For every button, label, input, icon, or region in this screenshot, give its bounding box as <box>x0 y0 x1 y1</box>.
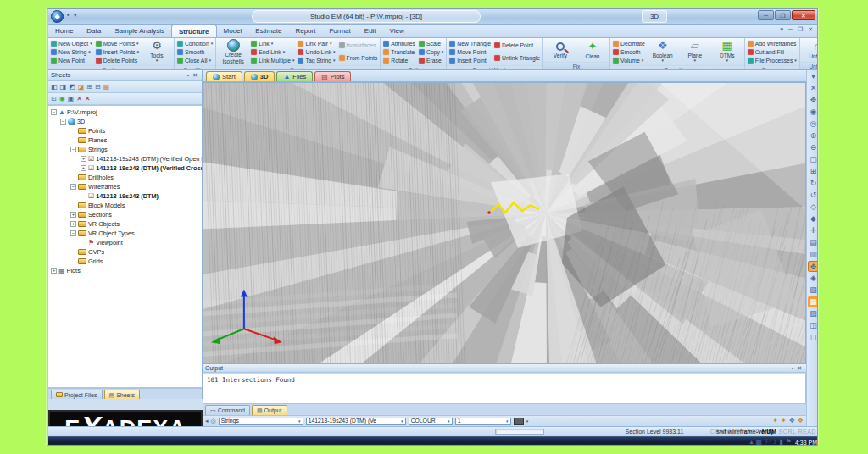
tab-project-files[interactable]: Project Files <box>51 390 103 399</box>
zoom-in-icon[interactable]: ⊕ <box>808 130 818 141</box>
output-console[interactable]: 101 Intersections Found <box>203 374 806 404</box>
insert-points-button[interactable]: Insert Points▾ <box>96 47 139 56</box>
tab-output[interactable]: ▤ Output <box>252 405 287 415</box>
quick-access-caret-icon[interactable]: ▾ <box>74 12 77 19</box>
object-type-select[interactable]: Strings▾ <box>219 418 303 425</box>
back-icon[interactable]: ◂ <box>205 418 209 424</box>
zoom-grid-icon[interactable]: ⊞ <box>808 166 818 177</box>
split-view-icon[interactable]: ◫ <box>808 320 818 331</box>
condition-button[interactable]: Condition▾ <box>177 39 213 47</box>
minimize-button[interactable]: ─ <box>758 10 774 20</box>
scale-button[interactable]: Scale <box>419 39 443 47</box>
flag-icon[interactable]: ⚑ <box>786 438 792 446</box>
tab-edit[interactable]: Edit <box>358 25 383 37</box>
new-triangle-button[interactable]: New Triangle <box>449 39 491 47</box>
delete-point-button[interactable]: Delete Point <box>494 42 540 50</box>
rotate-ccw-icon[interactable]: ↺ <box>808 190 818 201</box>
wireframe-view-icon[interactable]: ◇ <box>808 202 818 213</box>
tree-item-project-root[interactable]: − ▲ P:\V.rmproj <box>48 108 202 117</box>
expand-icon[interactable]: + <box>81 156 86 162</box>
tab-sample-analysis[interactable]: Sample Analysis <box>108 25 171 37</box>
attribute-select[interactable]: COLOUR▾ <box>409 418 453 425</box>
boolean-button[interactable]: ❖ Boolean▾ <box>648 39 677 64</box>
object-select[interactable]: 141218-19s243 (DTM) (Ve▾ <box>306 418 406 425</box>
doc-tab-plots[interactable]: ▤Plots <box>314 71 351 81</box>
tab-sheets[interactable]: ▤ Sheets <box>104 390 140 399</box>
unfold-button[interactable]: ∩ Unfold <box>803 39 817 61</box>
volume-icon[interactable]: ♪ <box>773 438 776 446</box>
clip-section-icon[interactable]: ▧ <box>808 285 818 296</box>
app-menu-button[interactable]: ◆ <box>51 10 64 23</box>
solid-view-icon[interactable]: ◆ <box>808 213 818 224</box>
tree-item-wireframes[interactable]: − Wireframes <box>48 182 202 191</box>
3d-viewport[interactable] <box>203 82 806 363</box>
tree-item-3d[interactable]: − 3D <box>48 117 202 126</box>
expand-icon[interactable]: + <box>70 212 76 218</box>
pan-icon[interactable]: ✥ <box>808 95 818 106</box>
section-view-icon[interactable]: ▥ <box>808 249 818 260</box>
new-point-button[interactable]: New Point <box>51 56 92 64</box>
tree-item-sections[interactable]: + Sections <box>48 210 202 219</box>
expand-icon[interactable]: + <box>51 268 57 274</box>
from-points-button[interactable]: From Points <box>339 54 378 63</box>
copy-button[interactable]: Copy▾ <box>419 47 443 56</box>
tab-view[interactable]: View <box>383 25 411 37</box>
rotate-cw-icon[interactable]: ↻ <box>808 178 818 189</box>
tray-app-icon[interactable]: ▦ <box>756 438 763 446</box>
open-sheet-icon[interactable]: ◨ <box>60 83 67 91</box>
doc-tab-start[interactable]: Start <box>206 71 242 81</box>
tab-data[interactable]: Data <box>80 25 108 37</box>
close-all-button[interactable]: Close All▾ <box>177 56 213 64</box>
add-wireframes-button[interactable]: Add Wireframes <box>748 39 797 47</box>
remove-item-icon[interactable]: ✕ <box>76 95 82 103</box>
collapse-icon[interactable]: − <box>70 230 76 236</box>
volume-button[interactable]: Volume▾ <box>613 56 645 64</box>
verify-button[interactable]: Verify <box>546 39 575 61</box>
new-string-button[interactable]: New String▾ <box>51 47 92 56</box>
action-center-icon[interactable]: ⚐ <box>765 438 771 446</box>
tree-item-string-crossovers[interactable]: + ☑ 141218-19s243 (DTM) (Verified Crosso… <box>48 163 202 173</box>
texture-icon[interactable]: ▨ <box>808 308 818 319</box>
format-display-icon[interactable]: ✦ <box>772 417 778 425</box>
plan-view-icon[interactable]: ▤ <box>808 237 818 248</box>
doc-tab-files[interactable]: ▲Files <box>276 71 313 81</box>
link-multiple-button[interactable]: Link Multiple▾ <box>251 56 294 64</box>
tree-item-grids[interactable]: + Grids <box>48 257 202 266</box>
dtms-button[interactable]: ▦ DTMs▾ <box>713 39 742 64</box>
tray-expand-icon[interactable]: ▴ <box>750 438 754 446</box>
clipping-icon[interactable]: ▦ <box>808 296 818 307</box>
new-object-button[interactable]: New Object▾ <box>51 39 92 47</box>
expand-icon[interactable]: + <box>70 221 76 227</box>
end-link-button[interactable]: End Link▾ <box>251 47 294 56</box>
move-point-button[interactable]: Move Point <box>449 47 491 56</box>
collapse-icon[interactable]: − <box>70 147 76 152</box>
search-icon[interactable]: ◎ <box>211 418 216 424</box>
folder-up-icon[interactable]: ◪ <box>78 83 85 91</box>
colour-swatch[interactable] <box>514 418 524 425</box>
rotate-button[interactable]: Rotate <box>383 56 415 64</box>
bounding-box-icon[interactable]: ◻ <box>808 332 818 343</box>
tree-item-drillholes[interactable]: + Drillholes <box>48 173 202 182</box>
tree-item-gvps[interactable]: + GVPs <box>48 247 202 257</box>
undo-link-button[interactable]: Undo Link▾ <box>298 47 335 56</box>
tools-button[interactable]: ⚙ Tools▾ <box>142 39 171 64</box>
clean-button[interactable]: ✦ Clean <box>578 39 607 61</box>
layers-icon[interactable]: ▣ <box>68 95 75 103</box>
close-panel-icon[interactable]: ✕ <box>191 70 199 80</box>
erase-button[interactable]: Erase <box>419 56 443 64</box>
move-points-button[interactable]: Move Points▾ <box>96 39 139 47</box>
tree-item-strings[interactable]: − Strings <box>48 145 202 154</box>
cut-and-fill-button[interactable]: Cut and Fill <box>748 47 797 56</box>
tree-item-points[interactable]: + Points <box>48 126 202 136</box>
tab-command[interactable]: ▭ Command <box>205 405 250 415</box>
expand-icon[interactable]: + <box>81 165 86 171</box>
link-pair-button[interactable]: Link Pair▾ <box>298 39 335 47</box>
tag-string-button[interactable]: Tag String▾ <box>298 56 335 64</box>
link-button[interactable]: Link▾ <box>251 39 294 47</box>
smooth-button[interactable]: Smooth <box>177 47 213 56</box>
tab-format[interactable]: Format <box>322 25 357 37</box>
unlink-triangle-button[interactable]: Unlink Triangle <box>494 54 540 63</box>
zoom-extents-icon[interactable]: ◎ <box>808 119 818 130</box>
sheet-settings-icon[interactable]: ▦ <box>103 83 110 91</box>
filter-icon[interactable]: ❖ <box>789 417 795 425</box>
